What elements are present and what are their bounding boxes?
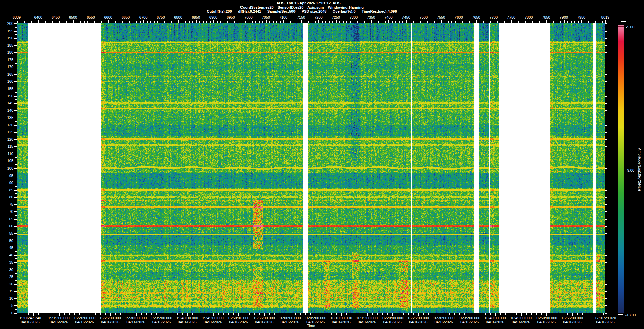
frequency-major-tick	[14, 241, 17, 241]
record-axis-minor-tick	[45, 21, 46, 23]
frequency-tick-label: 45	[2, 246, 13, 250]
frequency-tick-label: 170	[2, 65, 13, 69]
record-axis-major-tick	[73, 20, 74, 23]
frequency-tick-label: 185	[2, 43, 13, 47]
record-axis-minor-tick	[402, 21, 403, 23]
time-axis-minor-tick	[79, 313, 80, 315]
frequency-minor-tick	[15, 114, 17, 114]
time-axis-minor-tick	[387, 313, 388, 315]
time-axis-minor-tick	[23, 313, 23, 315]
time-tick-date: 04/16/2026	[408, 320, 429, 324]
record-axis-tick-label: 6339	[13, 15, 21, 19]
record-axis-minor-tick	[210, 21, 211, 23]
record-axis-minor-tick	[448, 21, 449, 23]
record-axis-minor-tick	[438, 21, 438, 23]
frequency-right-tick	[605, 219, 607, 220]
time-axis-minor-tick	[269, 313, 270, 315]
time-axis-minor-tick	[310, 313, 311, 315]
frequency-tick-label: 90	[2, 181, 13, 185]
frequency-right-tick	[605, 168, 607, 169]
frequency-tick-label: 95	[2, 174, 13, 178]
record-axis-minor-tick	[417, 21, 417, 23]
time-tick-time: 15:15:00.000	[48, 316, 69, 320]
record-axis-major-tick	[108, 20, 109, 23]
record-axis-minor-tick	[252, 21, 253, 23]
time-axis-major-tick	[213, 313, 214, 316]
frequency-major-tick	[14, 176, 17, 176]
record-axis-minor-tick	[59, 21, 60, 23]
record-axis-tick-label: 6900	[209, 15, 217, 19]
frequency-right-tick	[605, 96, 607, 97]
colorbar-axis-title: Amplitude(Log10(g^2/Hz))	[638, 148, 642, 191]
record-axis-minor-tick	[550, 21, 550, 23]
frequency-right-tick	[605, 277, 607, 277]
time-axis-minor-tick	[377, 313, 378, 315]
record-axis-minor-tick	[588, 21, 589, 23]
time-axis-minor-tick	[69, 313, 70, 315]
record-axis-minor-tick	[473, 21, 473, 23]
frequency-minor-tick	[15, 208, 17, 208]
time-tick-date: 04/16/2026	[382, 320, 403, 324]
record-axis-minor-tick	[420, 21, 421, 23]
frequency-major-tick	[14, 248, 17, 248]
record-axis-major-tick	[38, 20, 39, 23]
time-axis-minor-tick	[28, 313, 29, 315]
time-tick-label: 16:15:00.00004/16/2026	[356, 316, 378, 324]
time-axis-minor-tick	[382, 313, 383, 315]
record-axis-minor-tick	[339, 21, 340, 23]
record-axis-major-tick	[143, 20, 144, 23]
record-axis-minor-tick	[94, 21, 95, 23]
record-axis-minor-tick	[269, 21, 270, 23]
record-axis-minor-tick	[294, 21, 294, 23]
time-tick-date: 04/16/2026	[536, 320, 557, 324]
time-tick-time: 16:45:00.000	[510, 316, 532, 320]
time-axis-minor-tick	[18, 313, 18, 315]
frequency-right-tick	[605, 52, 607, 53]
frequency-tick-label: 30	[2, 268, 13, 272]
record-axis-minor-tick	[455, 21, 456, 23]
record-axis-minor-tick	[602, 21, 603, 23]
time-tick-date: 04/16/2026	[151, 320, 172, 324]
record-axis-tick-label: 6850	[192, 15, 200, 19]
spectrogram-plot[interactable]	[17, 23, 605, 313]
record-axis-tick-label: 7350	[367, 15, 375, 19]
record-axis-tick-label: 6500	[69, 15, 77, 19]
frequency-major-tick	[14, 154, 17, 154]
frequency-major-tick	[14, 45, 17, 46]
frequency-right-tick	[605, 204, 607, 205]
record-axis-minor-tick	[560, 21, 561, 23]
record-axis-minor-tick	[515, 21, 515, 23]
record-axis-major-tick	[91, 20, 91, 23]
frequency-minor-tick	[15, 258, 17, 259]
frequency-major-tick	[14, 52, 17, 53]
frequency-minor-tick	[15, 273, 17, 274]
time-axis-minor-tick	[505, 313, 506, 315]
record-axis-tick-label: 7850	[542, 15, 550, 19]
record-axis-tick-label: 7600	[454, 15, 463, 19]
time-tick-label: 15:30:00.00004/16/2026	[125, 316, 147, 324]
frequency-right-tick	[605, 117, 607, 118]
time-axis-minor-tick	[146, 313, 147, 315]
time-axis-minor-tick	[357, 313, 357, 315]
frequency-major-tick	[14, 161, 17, 161]
frequency-minor-tick	[15, 237, 17, 237]
time-axis-minor-tick	[326, 313, 326, 315]
frequency-minor-tick	[15, 99, 17, 100]
record-axis-minor-tick	[185, 21, 186, 23]
colorbar-top-tick	[621, 21, 626, 22]
frequency-major-tick	[14, 31, 17, 32]
time-tick-time: 15:06:47.740	[19, 316, 41, 320]
frequency-minor-tick	[15, 92, 17, 93]
record-axis-minor-tick	[133, 21, 133, 23]
record-axis-minor-tick	[532, 21, 533, 23]
record-axis-major-tick	[371, 20, 372, 23]
time-axis-minor-tick	[100, 313, 101, 315]
frequency-minor-tick	[15, 143, 17, 143]
frequency-major-tick	[14, 306, 17, 306]
time-tick-date: 04/16/2026	[99, 320, 121, 324]
frequency-right-tick	[605, 298, 607, 299]
time-axis-major-tick	[316, 313, 316, 316]
frequency-major-tick	[14, 139, 17, 140]
record-axis-major-tick	[494, 20, 494, 23]
header-settings-line: CoordSystem:es20 SensorID:es20 Axis:sum …	[240, 5, 364, 9]
